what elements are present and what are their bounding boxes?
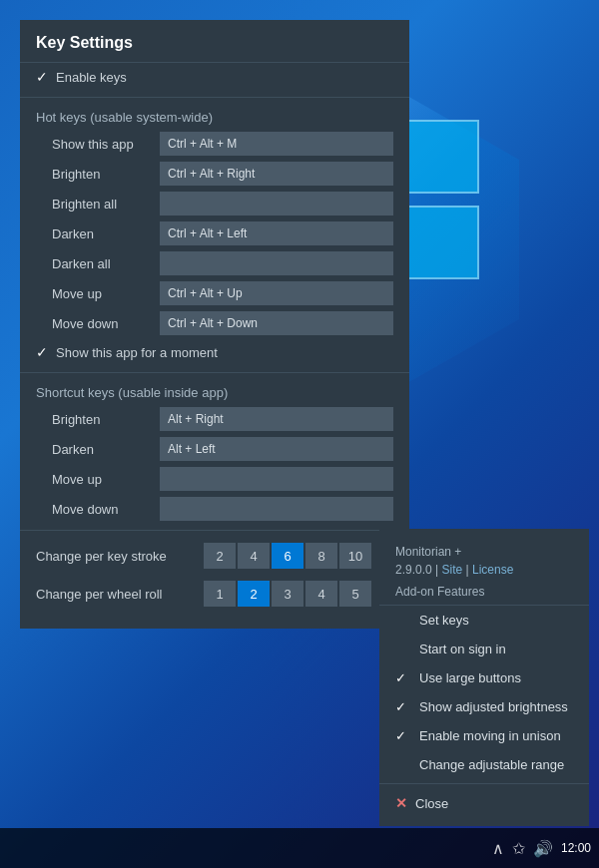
context-item-label-0: Set keys: [419, 613, 469, 628]
shortcut-input-2[interactable]: [160, 467, 393, 491]
taskbar: ∧ ✩ 🔊 12:00: [0, 828, 599, 868]
shortcut-row: Move down: [20, 494, 409, 524]
site-link[interactable]: Site: [442, 563, 463, 577]
shortcut-row: Brighten: [20, 404, 409, 434]
enable-keys-row[interactable]: ✓ Enable keys: [20, 63, 409, 91]
wheel-buttons: 12345: [204, 581, 371, 607]
hotkey-row: Show this app: [20, 129, 409, 159]
hotkey-row: Brighten: [20, 159, 409, 189]
taskbar-system-icons: ∧ ✩ 🔊 12:00: [492, 839, 591, 858]
hotkeys-container: Show this app Brighten Brighten all Dark…: [20, 129, 409, 338]
close-item[interactable]: ✕ Close: [379, 788, 589, 818]
hotkey-label-3: Darken: [52, 226, 152, 241]
hotkey-input-1[interactable]: [160, 162, 393, 186]
context-check-3: ✓: [395, 699, 411, 714]
shortcut-label-3: Move down: [52, 502, 152, 517]
hotkey-input-3[interactable]: [160, 221, 393, 245]
taskbar-chevron-icon[interactable]: ∧: [492, 839, 504, 858]
hotkey-row: Move down: [20, 308, 409, 338]
context-menu: Monitorian + 2.9.0.0 | Site | License Ad…: [379, 529, 589, 826]
close-label: Close: [415, 796, 448, 811]
taskbar-volume-icon[interactable]: 🔊: [533, 839, 553, 858]
shortcut-row: Move up: [20, 464, 409, 494]
win-pane-br: [405, 206, 479, 279]
shortcut-label-0: Brighten: [52, 412, 152, 427]
wheel-btn-4[interactable]: 4: [305, 581, 337, 607]
win-pane-tr: [405, 120, 479, 194]
wheel-btn-3[interactable]: 3: [272, 581, 303, 607]
divider-3: [20, 530, 409, 531]
context-item-label-1: Start on sign in: [419, 642, 506, 656]
close-icon: ✕: [395, 795, 407, 811]
show-for-moment-label: Show this app for a moment: [56, 345, 218, 360]
panel-title: Key Settings: [20, 20, 409, 63]
change-wheel-label: Change per wheel roll: [36, 587, 196, 602]
context-item-0[interactable]: Set keys: [379, 606, 589, 635]
shortcut-label-1: Darken: [52, 442, 152, 457]
hotkey-input-5[interactable]: [160, 281, 393, 305]
context-app-info: Monitorian + 2.9.0.0 | Site | License: [379, 537, 589, 583]
hotkey-label-2: Brighten all: [52, 197, 152, 212]
wheel-btn-5[interactable]: 5: [339, 581, 371, 607]
wheel-btn-1[interactable]: 1: [204, 581, 236, 607]
addon-features-header: Add-on Features: [379, 583, 589, 606]
change-wheel-row: Change per wheel roll 12345: [20, 575, 409, 613]
keystroke-btn-2[interactable]: 2: [204, 543, 236, 569]
hotkey-label-4: Darken all: [52, 256, 152, 271]
license-link[interactable]: License: [472, 563, 513, 577]
wheel-btn-2[interactable]: 2: [238, 581, 270, 607]
hotkey-label-0: Show this app: [52, 137, 152, 152]
context-items-container: Set keys Start on sign in ✓ Use large bu…: [379, 606, 589, 779]
shortcut-input-1[interactable]: [160, 437, 393, 461]
hotkey-label-6: Move down: [52, 316, 152, 331]
enable-keys-checkmark: ✓: [36, 69, 48, 85]
hotkeys-section-header: Hot keys (usable system-wide): [20, 104, 409, 129]
app-version: 2.9.0.0: [395, 563, 432, 577]
change-keystroke-label: Change per key stroke: [36, 549, 196, 564]
keystroke-btn-8[interactable]: 8: [305, 543, 337, 569]
keystroke-buttons: 246810: [204, 543, 371, 569]
keystroke-btn-6[interactable]: 6: [272, 543, 303, 569]
context-item-3[interactable]: ✓ Show adjusted brightness: [379, 692, 589, 721]
key-settings-panel: Key Settings ✓ Enable keys Hot keys (usa…: [20, 20, 409, 629]
app-name: Monitorian +: [395, 545, 461, 559]
divider-2: [20, 372, 409, 373]
hotkey-row: Brighten all: [20, 189, 409, 218]
context-item-label-2: Use large buttons: [419, 670, 521, 685]
shortcut-input-0[interactable]: [160, 407, 393, 431]
hotkey-label-1: Brighten: [52, 167, 152, 182]
hotkey-row: Darken all: [20, 248, 409, 278]
context-check-4: ✓: [395, 728, 411, 743]
hotkey-row: Move up: [20, 278, 409, 308]
hotkey-input-6[interactable]: [160, 311, 393, 335]
context-item-5[interactable]: Change adjustable range: [379, 750, 589, 779]
hotkey-row: Darken: [20, 218, 409, 248]
show-for-moment-checkmark: ✓: [36, 344, 48, 360]
shortcuts-container: Brighten Darken Move up Move down: [20, 404, 409, 524]
keystroke-btn-10[interactable]: 10: [339, 543, 371, 569]
context-item-label-5: Change adjustable range: [419, 757, 564, 772]
context-item-1[interactable]: Start on sign in: [379, 635, 589, 663]
hotkey-input-4[interactable]: [160, 251, 393, 275]
hotkey-input-2[interactable]: [160, 192, 393, 216]
enable-keys-label: Enable keys: [56, 70, 127, 85]
change-keystroke-row: Change per key stroke 246810: [20, 537, 409, 575]
shortcuts-section-header: Shortcut keys (usable inside app): [20, 379, 409, 404]
taskbar-star-icon[interactable]: ✩: [512, 839, 525, 858]
shortcut-label-2: Move up: [52, 472, 152, 487]
divider-1: [20, 97, 409, 98]
context-divider: [379, 783, 589, 784]
context-check-2: ✓: [395, 670, 411, 685]
keystroke-btn-4[interactable]: 4: [238, 543, 270, 569]
context-item-2[interactable]: ✓ Use large buttons: [379, 663, 589, 692]
context-item-label-3: Show adjusted brightness: [419, 699, 568, 714]
hotkey-input-0[interactable]: [160, 132, 393, 156]
context-item-label-4: Enable moving in unison: [419, 728, 561, 743]
show-for-moment-row[interactable]: ✓ Show this app for a moment: [20, 338, 409, 366]
context-item-4[interactable]: ✓ Enable moving in unison: [379, 721, 589, 750]
shortcut-row: Darken: [20, 434, 409, 464]
shortcut-input-3[interactable]: [160, 497, 393, 521]
hotkey-label-5: Move up: [52, 286, 152, 301]
taskbar-time: 12:00: [561, 841, 591, 855]
